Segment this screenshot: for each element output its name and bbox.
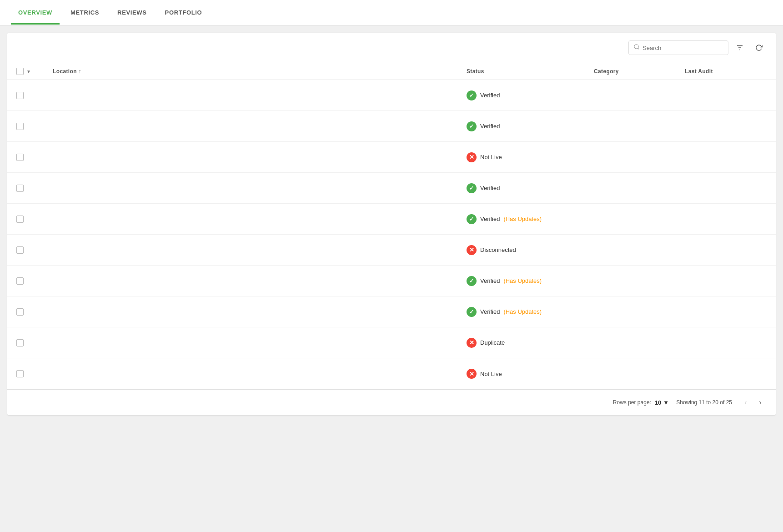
status-cell-2: ✓ Verified [467,121,594,131]
status-cell-5: ✓ Verified (Has Updates) [467,214,594,224]
status-column-header: Status [467,68,594,75]
table-footer: Rows per page: 10 ▼ Showing 11 to 20 of … [7,389,776,415]
x-mark: ✕ [469,246,474,253]
x-mark: ✕ [469,371,474,377]
table-row: ✓ Verified (Has Updates) [7,204,776,235]
check-mark: ✓ [469,278,474,284]
search-box[interactable] [628,40,728,55]
row-checkbox-1[interactable] [16,92,53,99]
row-checkbox[interactable] [16,123,24,130]
has-updates-label: (Has Updates) [503,308,542,315]
row-checkbox-5[interactable] [16,216,53,223]
status-label: Duplicate [480,339,505,346]
row-checkbox[interactable] [16,277,24,285]
pagination-info: Showing 11 to 20 of 25 [676,399,732,406]
locations-card: ▼ Location ↑ Status Category Last Audit … [7,33,776,415]
status-cell-4: ✓ Verified [467,183,594,193]
table-row: ✕ Duplicate [7,327,776,358]
table-row: ✓ Verified (Has Updates) [7,296,776,327]
tab-overview[interactable]: OVERVIEW [11,1,60,25]
last-audit-column-header: Last Audit [685,68,767,75]
row-checkbox-7[interactable] [16,277,53,285]
rows-per-page-select[interactable]: 10 ▼ [655,399,669,406]
table-row: ✓ Verified [7,80,776,111]
status-cell-7: ✓ Verified (Has Updates) [467,276,594,286]
top-navigation: OVERVIEW METRICS REVIEWS PORTFOLIO [0,0,783,25]
prev-page-button[interactable]: ‹ [739,396,752,409]
status-label: Verified [480,123,500,130]
row-checkbox[interactable] [16,185,24,192]
table-row: ✕ Not Live [7,142,776,173]
status-label: Verified [480,308,500,315]
search-input[interactable] [642,45,723,51]
status-icon-not-live: ✕ [467,369,477,379]
tab-portfolio[interactable]: PORTFOLIO [158,1,210,25]
table-header: ▼ Location ↑ Status Category Last Audit [7,63,776,80]
status-icon-disconnected: ✕ [467,245,477,255]
row-checkbox[interactable] [16,92,24,99]
status-icon-verified: ✓ [467,90,477,100]
status-label: Verified [480,185,500,191]
status-cell-3: ✕ Not Live [467,152,594,162]
x-mark: ✕ [469,339,474,346]
rows-per-page-label: Rows per page: [613,399,651,406]
status-icon-verified: ✓ [467,121,477,131]
rows-per-page-control: Rows per page: 10 ▼ [613,399,669,406]
status-icon-duplicate: ✕ [467,338,477,348]
status-label: Not Live [480,154,502,161]
check-mark: ✓ [469,216,474,222]
status-icon-verified: ✓ [467,183,477,193]
toolbar [7,33,776,63]
status-label: Verified [480,277,500,284]
row-checkbox-4[interactable] [16,185,53,192]
has-updates-label: (Has Updates) [503,277,542,284]
table-row: ✓ Verified (Has Updates) [7,266,776,296]
table-row: ✓ Verified [7,111,776,142]
x-mark: ✕ [469,154,474,161]
check-mark: ✓ [469,92,474,99]
row-checkbox[interactable] [16,246,24,254]
row-checkbox[interactable] [16,370,24,377]
row-checkbox[interactable] [16,216,24,223]
check-mark: ✓ [469,309,474,315]
table-row: ✕ Not Live [7,358,776,389]
status-label: Not Live [480,371,502,377]
row-checkbox-10[interactable] [16,370,53,377]
next-page-button[interactable]: › [754,396,767,409]
status-icon-verified: ✓ [467,276,477,286]
refresh-button[interactable] [751,40,767,55]
row-checkbox-8[interactable] [16,308,53,316]
rows-per-page-dropdown-icon[interactable]: ▼ [663,399,669,406]
status-cell-8: ✓ Verified (Has Updates) [467,307,594,317]
filter-button[interactable] [732,40,748,55]
row-checkbox-9[interactable] [16,339,53,346]
status-icon-verified: ✓ [467,307,477,317]
row-checkbox[interactable] [16,308,24,316]
check-mark: ✓ [469,123,474,130]
table-body: ✓ Verified ✓ Verified [7,80,776,389]
header-checkbox-area[interactable]: ▼ [16,68,53,75]
status-label: Verified [480,216,500,222]
checkbox-dropdown-arrow[interactable]: ▼ [26,69,31,74]
tab-metrics[interactable]: METRICS [63,1,106,25]
status-cell-10: ✕ Not Live [467,369,594,379]
status-icon-verified: ✓ [467,214,477,224]
status-label: Verified [480,92,500,99]
row-checkbox[interactable] [16,154,24,161]
tab-reviews[interactable]: REVIEWS [110,1,154,25]
select-all-checkbox[interactable] [16,68,24,75]
row-checkbox-3[interactable] [16,154,53,161]
search-icon [633,44,640,52]
status-icon-not-live: ✕ [467,152,477,162]
status-cell-6: ✕ Disconnected [467,245,594,255]
row-checkbox[interactable] [16,339,24,346]
row-checkbox-6[interactable] [16,246,53,254]
rows-per-page-value: 10 [655,399,661,406]
row-checkbox-2[interactable] [16,123,53,130]
category-column-header: Category [594,68,685,75]
location-column-header[interactable]: Location ↑ [53,68,467,75]
status-cell-1: ✓ Verified [467,90,594,100]
svg-point-0 [634,45,638,49]
svg-line-1 [638,48,639,50]
table-row: ✕ Disconnected [7,235,776,266]
